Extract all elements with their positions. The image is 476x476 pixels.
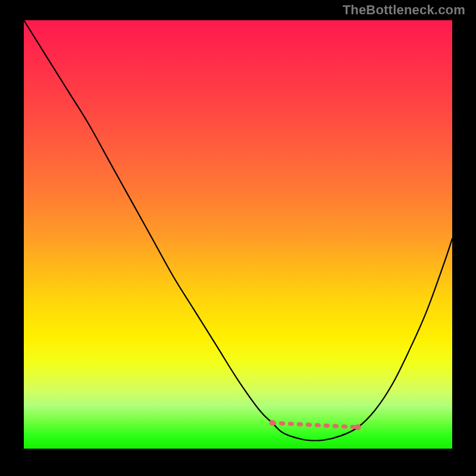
dashed-cap-right <box>355 424 361 430</box>
dashed-cap-left <box>270 420 275 426</box>
plot-svg <box>24 20 452 449</box>
watermark-text: TheBottleneck.com <box>343 2 465 18</box>
bottleneck-curve <box>24 20 452 441</box>
plot-area <box>24 20 452 449</box>
dashed-floor-segment <box>273 423 358 427</box>
chart-root: TheBottleneck.com <box>0 0 476 476</box>
